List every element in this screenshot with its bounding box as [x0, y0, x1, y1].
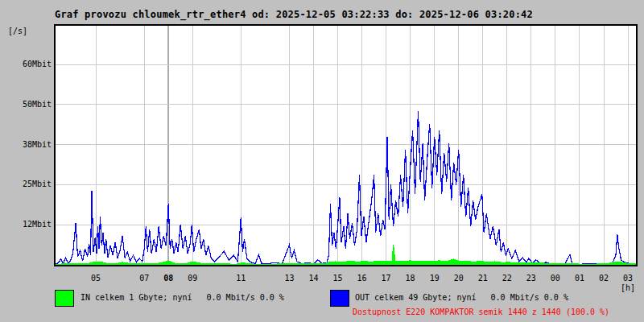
x-tick-label: 23 — [519, 274, 543, 283]
y-tick-label: 50Mbit — [0, 100, 52, 109]
x-tick-label: 20 — [447, 274, 471, 283]
chart-plot-area — [54, 24, 638, 266]
x-tick-label: 19 — [423, 274, 447, 283]
legend-out-swatch — [330, 290, 349, 307]
traffic-chart — [56, 26, 636, 265]
traffic-graph-page: Graf provozu chloumek_rtr_ether4 od: 202… — [0, 0, 644, 322]
x-tick-label: 18 — [398, 274, 423, 283]
x-tick-label: 08 — [156, 274, 180, 283]
x-tick-label: 07 — [132, 274, 156, 283]
x-tick-label: 16 — [350, 274, 374, 283]
x-tick-label: 09 — [180, 274, 204, 283]
x-tick-label: 03 — [616, 274, 640, 283]
y-tick-label: 38Mbit — [0, 140, 52, 149]
x-tick-label: 01 — [568, 274, 592, 283]
legend-in-swatch — [55, 290, 74, 307]
legend-out-label: OUT celkem 49 Gbyte; nyní 0.0 Mbit/s 0.0… — [355, 293, 568, 302]
y-axis-unit-label: [/s] — [8, 27, 27, 35]
series-out-line — [56, 111, 636, 264]
y-tick-label: 12Mbit — [0, 220, 52, 229]
x-axis-unit-label: [h] — [616, 283, 640, 292]
x-tick-label: 22 — [495, 274, 519, 283]
page-title: Graf provozu chloumek_rtr_ether4 od: 202… — [55, 9, 533, 20]
legend-in-label: IN celkem 1 Gbyte; nyní 0.0 Mbit/s 0.0 % — [80, 293, 284, 302]
x-tick-label: 21 — [471, 274, 495, 283]
x-tick-label: 00 — [543, 274, 568, 283]
y-tick-label: 25Mbit — [0, 180, 52, 188]
x-tick-label: 13 — [277, 274, 301, 283]
x-tick-label: 17 — [374, 274, 398, 283]
y-tick-label: 60Mbit — [0, 60, 52, 68]
x-tick-label: 15 — [325, 274, 349, 283]
availability-status-text: Dostupnost E220 KOMPAKTOR semik 1440 z 1… — [353, 308, 609, 316]
x-tick-label: 14 — [301, 274, 325, 283]
x-tick-label: 05 — [84, 274, 108, 283]
x-tick-label: 02 — [592, 274, 616, 283]
x-tick-label: 11 — [229, 274, 253, 283]
